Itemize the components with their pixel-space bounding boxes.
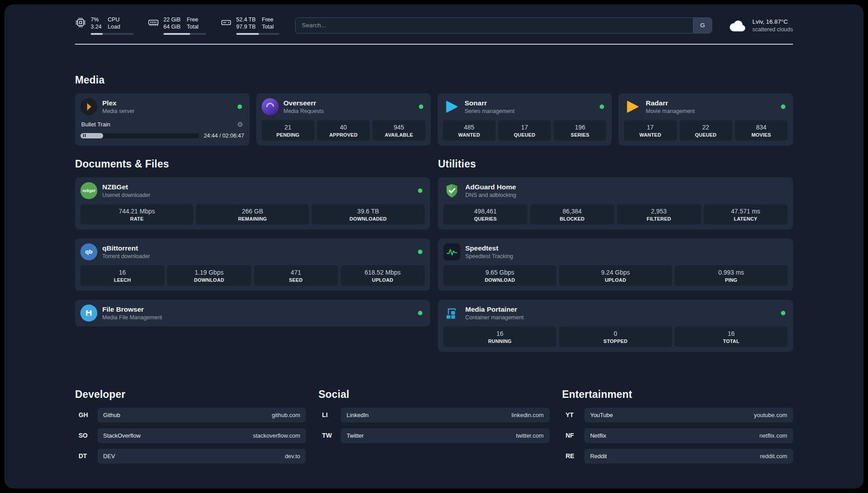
disk-total: 97.9 TB [236, 23, 256, 30]
bookmark-netflix[interactable]: NF Netflix netflix.com [562, 428, 793, 443]
service-card-portainer[interactable]: Media Portainer Container management 16 … [438, 300, 793, 352]
cpu-progress-fill [91, 33, 103, 35]
stat-download: 1.19 Gbps DOWNLOAD [167, 265, 251, 286]
dashboard: 7% 3.24 CPU Load [4, 4, 864, 489]
section-title-entertainment: Entertainment [562, 389, 793, 401]
section-title-developer: Developer [75, 389, 306, 401]
service-name: Overseerr [284, 99, 324, 107]
cpu-load-average: 3.24 [91, 23, 101, 30]
status-dot-online [238, 104, 242, 109]
service-card-nzbget[interactable]: nzbget NZBGet Usenet downloader 744.21 M… [75, 177, 430, 230]
bookmarks-social: Social LI LinkedIn linkedin.com TW Twitt… [318, 389, 549, 469]
stat-approved: 40 APPROVED [317, 120, 370, 141]
weather-location: Lviv, 16.87°C [752, 18, 793, 25]
service-card-speedtest[interactable]: Speedtest Speedtest Tracking 9.65 Gbps D… [438, 238, 793, 291]
plex-icon [80, 98, 97, 115]
service-subtitle: Usenet downloader [102, 192, 150, 198]
status-dot-online [781, 104, 785, 109]
stat-upload: 9.24 Gbps UPLOAD [559, 265, 672, 286]
weather-widget[interactable]: Lviv, 16.87°C scattered clouds [728, 18, 793, 33]
ram-label-top: Free [187, 16, 198, 23]
service-name: Radarr [646, 99, 695, 107]
documents-section: Documents & Files nzbget NZBGet Usenet d… [75, 158, 430, 335]
bookmark-url: netflix.com [760, 432, 787, 439]
linkedin-icon: LI [318, 411, 341, 418]
bookmark-name: Twitter [346, 432, 363, 439]
stat-filtered: 2,953 FILTERED [617, 204, 701, 225]
media-section: Media Plex Media server [75, 74, 793, 146]
media-progress-fill [80, 133, 103, 138]
stat-leech: 16 LEECH [80, 265, 164, 286]
service-card-filebrowser[interactable]: File Browser Media File Management [75, 300, 430, 326]
system-resources: 7% 3.24 CPU Load [75, 16, 279, 35]
service-card-adguard[interactable]: AdGuard Home DNS and adblocking 498,461 … [438, 177, 793, 230]
ram-icon [148, 17, 159, 28]
ram-free: 22 GiB [163, 16, 180, 23]
service-name: qBittorrent [102, 244, 150, 252]
search-input[interactable] [296, 18, 693, 33]
disk-icon [221, 17, 232, 28]
bookmark-reddit[interactable]: RE Reddit reddit.com [562, 449, 793, 464]
now-playing-title: Bullet Train [81, 121, 110, 128]
bookmark-youtube[interactable]: YT YouTube youtube.com [562, 408, 793, 422]
adguard-icon [443, 182, 460, 199]
cpu-label-bottom: Load [108, 23, 120, 30]
section-title-utilities: Utilities [438, 158, 793, 170]
bookmark-github[interactable]: GH Github github.com [75, 408, 306, 422]
section-title-documents: Documents & Files [75, 158, 430, 170]
service-name: NZBGet [102, 183, 150, 191]
stat-download: 9.65 Gbps DOWNLOAD [443, 265, 556, 286]
service-card-plex[interactable]: Plex Media server Bullet Train ⚙ [75, 93, 250, 146]
service-name: Speedtest [465, 244, 513, 252]
nzbget-icon: nzbget [80, 182, 97, 199]
github-icon: GH [75, 411, 97, 418]
service-card-qbittorrent[interactable]: qb qBittorrent Torrent downloader 16 LEE… [75, 238, 430, 291]
bookmark-stackoverflow[interactable]: SO StackOverflow stackoverflow.com [75, 428, 306, 443]
pause-icon[interactable] [83, 134, 86, 137]
bookmark-linkedin[interactable]: LI LinkedIn linkedin.com [318, 408, 549, 422]
bookmark-name: LinkedIn [346, 412, 368, 418]
service-subtitle: Container management [465, 314, 524, 321]
service-subtitle: Media Requests [284, 108, 324, 114]
gear-icon[interactable]: ⚙ [237, 121, 243, 129]
stat-queries: 498,461 QUERIES [443, 204, 527, 225]
top-bar: 7% 3.24 CPU Load [75, 4, 793, 45]
search-bar: G [295, 17, 712, 33]
disk-label-bottom: Total [262, 23, 274, 30]
stat-wanted: 17 WANTED [624, 120, 676, 141]
bookmark-url: reddit.com [760, 453, 787, 460]
disk-progress-bar [236, 33, 279, 35]
stat-series: 196 SERIES [554, 120, 606, 141]
status-dot-online [418, 250, 422, 254]
utilities-section: Utilities AdGuard Home [438, 158, 793, 361]
overseerr-icon [262, 98, 279, 115]
service-subtitle: DNS and adblocking [465, 192, 516, 198]
disk-label-top: Free [262, 16, 274, 23]
service-subtitle: Speedtest Tracking [465, 253, 513, 259]
search-engine-button[interactable]: G [693, 18, 712, 33]
bookmark-dev[interactable]: DT DEV dev.to [75, 449, 306, 464]
bookmarks-entertainment: Entertainment YT YouTube youtube.com NF … [562, 389, 793, 469]
qbittorrent-icon: qb [80, 243, 97, 260]
stat-total: 16 TOTAL [675, 326, 788, 347]
stat-downloaded: 39.6 TB DOWNLOADED [312, 204, 425, 225]
reddit-icon: RE [562, 452, 584, 460]
service-name: Sonarr [465, 99, 515, 107]
service-card-radarr[interactable]: Radarr Movie management 17 WANTED 22 QUE… [618, 93, 793, 146]
stat-rate: 744.21 Mbps RATE [80, 204, 193, 225]
bookmark-name: StackOverflow [103, 432, 141, 439]
bookmark-url: twitter.com [516, 432, 544, 439]
dev-icon: DT [75, 452, 97, 460]
service-card-overseerr[interactable]: Overseerr Media Requests 21 PENDING 40 A… [256, 93, 431, 146]
media-progress-bar[interactable] [80, 133, 199, 138]
stat-upload: 618.52 Mbps UPLOAD [341, 265, 425, 286]
ram-widget: 22 GiB 64 GiB Free Total [148, 16, 206, 35]
service-card-sonarr[interactable]: Sonarr Series management 485 WANTED 17 Q… [438, 93, 612, 146]
service-subtitle: Series management [465, 108, 515, 114]
portainer-icon [443, 305, 460, 322]
cpu-icon [75, 17, 86, 28]
service-name: Media Portainer [465, 305, 524, 313]
bookmark-twitter[interactable]: TW Twitter twitter.com [318, 428, 549, 443]
section-title-media: Media [75, 74, 793, 86]
bookmark-url: linkedin.com [511, 412, 543, 418]
